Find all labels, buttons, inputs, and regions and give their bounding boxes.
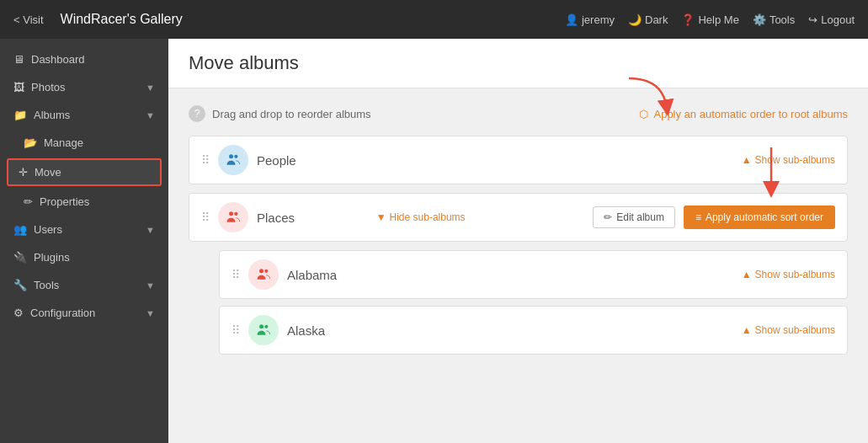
- albums-chevron: ▼: [146, 110, 155, 120]
- sidebar-manage-label: Manage: [44, 136, 155, 149]
- show-sub-alabama[interactable]: ▲ Show sub-albums: [742, 269, 835, 280]
- sidebar: 🖥 Dashboard 🖼 Photos ▼ 📁 Albums ▼ 📂 Mana…: [0, 39, 168, 443]
- apply-sort-button[interactable]: ≡ Apply automatic sort order: [684, 205, 835, 229]
- help-link[interactable]: ❓ Help Me: [681, 13, 738, 26]
- nav-actions: 👤 jeremy 🌙 Dark ❓ Help Me ⚙️ Tools ↪ Log…: [565, 13, 855, 26]
- svg-point-2: [229, 211, 233, 216]
- photos-icon: 🖼: [13, 81, 24, 93]
- sub-album-row-alaska: ⠿ Alaska ▲ Show sub-albums: [219, 306, 848, 355]
- drag-handle-alaska[interactable]: ⠿: [232, 323, 240, 337]
- tools-sidebar-icon: 🔧: [13, 279, 27, 291]
- user-icon: 👤: [565, 13, 578, 26]
- apply-sort-label: Apply automatic sort order: [706, 211, 823, 223]
- configuration-chevron: ▼: [146, 308, 155, 318]
- moon-icon: 🌙: [628, 13, 642, 26]
- show-sub-chevron-places: ▼: [376, 211, 386, 223]
- dark-mode-link[interactable]: 🌙 Dark: [628, 13, 668, 26]
- drag-handle-places[interactable]: ⠿: [201, 211, 210, 224]
- photos-chevron: ▼: [146, 83, 155, 93]
- show-sub-chevron-alabama: ▲: [742, 269, 752, 280]
- svg-point-6: [259, 324, 264, 328]
- logout-icon: ↪: [808, 13, 817, 26]
- album-icon-people: [218, 145, 248, 175]
- manage-icon: 📂: [24, 136, 37, 149]
- svg-point-4: [259, 269, 264, 273]
- sidebar-item-plugins[interactable]: 🔌 Plugins: [0, 243, 168, 271]
- sidebar-item-albums[interactable]: 📁 Albums ▼: [0, 101, 168, 129]
- sub-album-row-alabama: ⠿ Alabama ▲ Show sub-albums: [219, 250, 848, 299]
- drag-hint: ? Drag and drop to reorder albums: [189, 105, 371, 122]
- sidebar-item-manage[interactable]: 📂 Manage: [0, 129, 168, 157]
- red-arrow-2: [746, 143, 796, 198]
- logout-link[interactable]: ↪ Logout: [808, 13, 855, 26]
- edit-icon: ✏: [604, 211, 612, 223]
- content-body: ? Drag and drop to reorder albums: [168, 88, 868, 378]
- user-link[interactable]: 👤 jeremy: [565, 13, 615, 26]
- sidebar-item-photos[interactable]: 🖼 Photos ▼: [0, 73, 168, 101]
- sidebar-move-label: Move: [35, 166, 150, 179]
- tools-nav-label: Tools: [769, 13, 795, 26]
- svg-point-5: [264, 270, 268, 273]
- sidebar-item-properties[interactable]: ✏ Properties: [0, 188, 168, 216]
- site-title: WindRacer's Gallery: [61, 12, 565, 27]
- svg-point-0: [229, 154, 233, 158]
- auto-order-label: Apply an automatic order to root albums: [653, 108, 848, 120]
- drag-hint-text: Drag and drop to reorder albums: [212, 108, 371, 120]
- properties-icon: ✏: [24, 195, 33, 208]
- album-icon-alaska: [248, 315, 279, 345]
- action-bar: ? Drag and drop to reorder albums: [189, 105, 848, 122]
- svg-point-3: [234, 212, 237, 216]
- show-sub-label-alaska: Show sub-albums: [755, 324, 835, 336]
- sidebar-plugins-label: Plugins: [34, 251, 155, 264]
- move-icon: ✛: [19, 166, 28, 179]
- top-nav: < Visit WindRacer's Gallery 👤 jeremy 🌙 D…: [0, 0, 868, 39]
- tools-icon: ⚙️: [753, 13, 766, 26]
- user-label: jeremy: [582, 13, 615, 26]
- drag-handle-alabama[interactable]: ⠿: [232, 268, 240, 281]
- svg-point-7: [264, 325, 268, 328]
- show-sub-chevron-alaska: ▲: [742, 324, 752, 336]
- drag-handle-people[interactable]: ⠿: [201, 153, 210, 167]
- sidebar-item-users[interactable]: 👥 Users ▼: [0, 216, 168, 243]
- album-icon-places: [218, 202, 248, 232]
- main-layout: 🖥 Dashboard 🖼 Photos ▼ 📁 Albums ▼ 📂 Mana…: [0, 39, 868, 443]
- sidebar-users-label: Users: [34, 223, 139, 236]
- edit-album-button[interactable]: ✏ Edit album: [593, 206, 675, 228]
- albums-icon: 📁: [13, 109, 27, 121]
- configuration-icon: ⚙: [13, 307, 24, 319]
- edit-album-label: Edit album: [616, 211, 664, 223]
- help-icon: ❓: [681, 13, 695, 26]
- sidebar-photos-label: Photos: [31, 81, 139, 93]
- show-sub-label-places: Hide sub-albums: [390, 211, 466, 223]
- sidebar-configuration-label: Configuration: [30, 307, 139, 319]
- show-sub-label-alabama: Show sub-albums: [755, 269, 835, 280]
- question-icon: ?: [189, 105, 205, 122]
- help-label: Help Me: [698, 13, 738, 26]
- sidebar-item-dashboard[interactable]: 🖥 Dashboard: [0, 45, 168, 73]
- dashboard-icon: 🖥: [13, 53, 24, 66]
- users-chevron: ▼: [146, 225, 155, 235]
- album-name-people: People: [257, 153, 733, 168]
- users-icon: 👥: [13, 223, 27, 236]
- sidebar-item-move[interactable]: ✛ Move: [7, 158, 162, 186]
- plugins-icon: 🔌: [13, 251, 27, 264]
- sidebar-item-configuration[interactable]: ⚙ Configuration ▼: [0, 299, 168, 327]
- svg-point-1: [234, 155, 237, 158]
- sidebar-item-tools[interactable]: 🔧 Tools ▼: [0, 271, 168, 299]
- places-wrapper: ⠿ Places ▼ Hide sub-albums ✏ Edit album: [189, 193, 848, 355]
- tools-link[interactable]: ⚙️ Tools: [753, 13, 795, 26]
- sidebar-dashboard-label: Dashboard: [31, 53, 155, 66]
- show-sub-alaska[interactable]: ▲ Show sub-albums: [742, 324, 835, 336]
- sidebar-tools-label: Tools: [34, 279, 139, 291]
- logout-label: Logout: [821, 13, 855, 26]
- sidebar-properties-label: Properties: [40, 195, 155, 208]
- tools-chevron: ▼: [146, 280, 155, 291]
- content-header: Move albums: [168, 39, 868, 88]
- album-icon-alabama: [248, 259, 279, 290]
- show-sub-places[interactable]: ▼ Hide sub-albums: [376, 211, 466, 223]
- content-area: Move albums ? Drag and drop to reorder a…: [168, 39, 868, 443]
- album-name-alaska: Alaska: [287, 323, 733, 338]
- visit-link[interactable]: < Visit: [13, 13, 44, 26]
- sort-btn-icon: ≡: [695, 211, 701, 223]
- sidebar-albums-label: Albums: [34, 109, 139, 121]
